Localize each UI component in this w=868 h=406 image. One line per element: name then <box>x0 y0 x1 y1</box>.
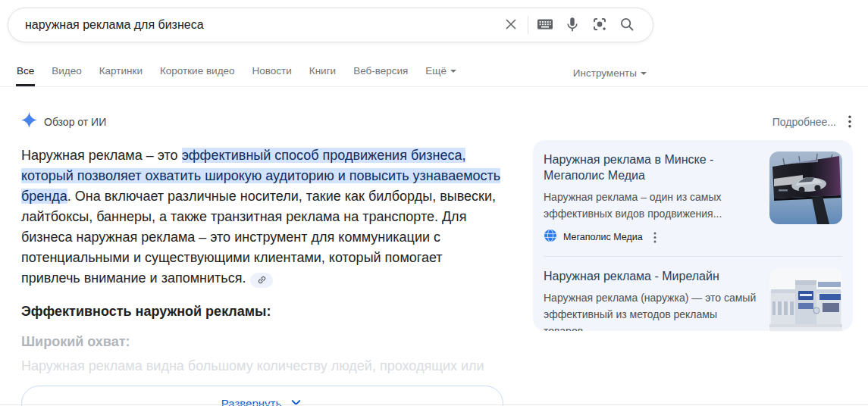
source-card-menu-button[interactable] <box>652 230 658 245</box>
tab-books[interactable]: Книги <box>309 59 337 86</box>
keyboard-button[interactable] <box>531 11 559 39</box>
search-icon <box>619 16 635 35</box>
source-card-thumbnail[interactable] <box>769 151 842 224</box>
tools-menu[interactable]: Инструменты <box>573 61 647 86</box>
source-card-thumbnail[interactable] <box>769 268 842 331</box>
source-card-title[interactable]: Наружная реклама - Мирелайн <box>544 268 757 284</box>
voice-search-button[interactable] <box>559 11 586 39</box>
globe-favicon-icon <box>544 229 557 245</box>
search-input[interactable] <box>25 18 497 32</box>
tab-more[interactable]: Ещё <box>425 59 457 86</box>
ai-overview-title: Обзор от ИИ <box>44 116 106 128</box>
kebab-icon <box>653 232 656 243</box>
page-bottom-divider <box>0 404 868 405</box>
tab-all[interactable]: Все <box>16 59 35 86</box>
kebab-icon <box>848 115 851 128</box>
link-icon <box>255 273 268 286</box>
paragraph-text: Наружная реклама – это <box>21 148 182 163</box>
google-serp-page: Все Видео Картинки Короткие видео Новост… <box>0 0 868 406</box>
keyboard-icon <box>536 15 554 36</box>
expand-button[interactable]: Развернуть <box>21 386 503 406</box>
storefront-photo <box>769 268 842 331</box>
camera-lens-icon <box>591 15 609 36</box>
source-card-snippet: Наружная реклама (наружка) — это самый э… <box>544 289 757 331</box>
source-card[interactable]: Наружная реклама в Минске - Мегаполис Ме… <box>544 151 842 245</box>
ai-sparkle-icon <box>21 112 37 131</box>
microphone-icon <box>564 16 581 35</box>
tab-video[interactable]: Видео <box>51 59 82 86</box>
source-name: Мегаполис Медиа <box>563 232 643 242</box>
ai-overview-header: Обзор от ИИ Подробнее... <box>21 112 853 131</box>
result-type-tabs: Все Видео Картинки Короткие видео Новост… <box>0 60 868 87</box>
chevron-down-icon <box>450 70 456 73</box>
chevron-down-icon <box>641 72 647 75</box>
billboard-photo <box>769 151 842 224</box>
tab-short-videos[interactable]: Короткие видео <box>159 59 236 86</box>
close-icon <box>503 16 519 35</box>
ai-section-heading: Эффективность наружной рекламы: <box>21 301 503 322</box>
search-bar[interactable] <box>8 8 653 42</box>
tab-images[interactable]: Картинки <box>99 59 143 86</box>
tab-news[interactable]: Новости <box>252 59 293 86</box>
source-card-snippet: Наружная реклама – один из самых эффекти… <box>544 189 757 222</box>
source-card[interactable]: Наружная реклама - Мирелайн Наружная рек… <box>544 268 842 331</box>
ai-overview-menu-button[interactable] <box>847 114 853 130</box>
citation-link-chip[interactable] <box>250 273 273 288</box>
ai-overview-body: Наружная реклама – это эффективный спосо… <box>21 145 503 406</box>
clear-search-button[interactable] <box>497 11 525 39</box>
source-card-title[interactable]: Наружная реклама в Минске - Мегаполис Ме… <box>544 151 757 183</box>
ai-overview-paragraph: Наружная реклама – это эффективный спосо… <box>21 145 503 289</box>
card-divider <box>544 256 842 257</box>
image-search-button[interactable] <box>586 11 613 39</box>
source-card-meta: Мегаполис Медиа <box>544 229 757 245</box>
ai-overview-more-link[interactable]: Подробнее... <box>772 116 836 128</box>
ai-faded-subheading: Широкий охват: <box>21 332 503 352</box>
tab-web[interactable]: Веб-версия <box>353 59 409 86</box>
search-submit-button[interactable] <box>613 11 641 39</box>
paragraph-text: . Она включает различные носители, такие… <box>21 189 496 286</box>
ai-faded-text-line: Наружная реклама видна большому количест… <box>21 356 503 376</box>
ai-sources-panel: Наружная реклама в Минске - Мегаполис Ме… <box>533 140 853 331</box>
search-bar-divider <box>528 16 528 34</box>
